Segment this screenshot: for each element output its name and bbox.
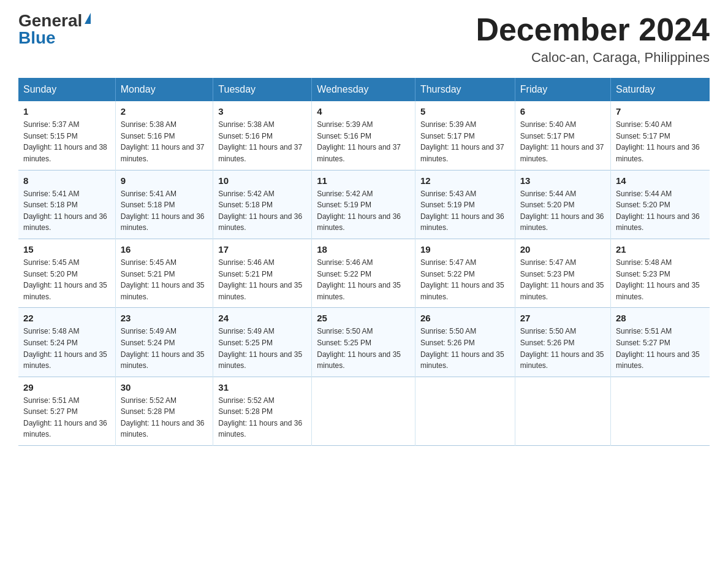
- calendar-day-cell: [610, 377, 710, 445]
- day-number: 11: [317, 175, 410, 186]
- calendar-day-cell: 26 Sunrise: 5:50 AMSunset: 5:26 PMDaylig…: [415, 308, 515, 377]
- calendar-week-row: 22 Sunrise: 5:48 AMSunset: 5:24 PMDaylig…: [18, 308, 710, 377]
- calendar-day-cell: 24 Sunrise: 5:49 AMSunset: 5:25 PMDaylig…: [213, 308, 312, 377]
- logo-general: General: [18, 12, 82, 29]
- logo-triangle-icon: [85, 13, 91, 24]
- day-info: Sunrise: 5:50 AMSunset: 5:26 PMDaylight:…: [520, 327, 604, 370]
- calendar-day-cell: 22 Sunrise: 5:48 AMSunset: 5:24 PMDaylig…: [18, 308, 115, 377]
- calendar-day-cell: 16 Sunrise: 5:45 AMSunset: 5:21 PMDaylig…: [115, 239, 213, 307]
- day-number: 16: [121, 244, 208, 255]
- day-number: 20: [520, 244, 605, 255]
- calendar-day-cell: 31 Sunrise: 5:52 AMSunset: 5:28 PMDaylig…: [213, 377, 312, 445]
- day-info: Sunrise: 5:38 AMSunset: 5:16 PMDaylight:…: [121, 120, 205, 163]
- day-info: Sunrise: 5:52 AMSunset: 5:28 PMDaylight:…: [121, 396, 205, 439]
- calendar-day-cell: 20 Sunrise: 5:47 AMSunset: 5:23 PMDaylig…: [515, 239, 610, 307]
- day-info: Sunrise: 5:40 AMSunset: 5:17 PMDaylight:…: [616, 120, 700, 163]
- calendar-day-cell: 9 Sunrise: 5:41 AMSunset: 5:18 PMDayligh…: [115, 170, 213, 239]
- calendar-day-cell: 17 Sunrise: 5:46 AMSunset: 5:21 PMDaylig…: [213, 239, 312, 307]
- day-info: Sunrise: 5:47 AMSunset: 5:22 PMDaylight:…: [420, 258, 504, 301]
- day-number: 5: [420, 106, 510, 117]
- day-number: 26: [420, 313, 510, 323]
- calendar-title: December 2024: [476, 12, 710, 47]
- calendar-day-header: Thursday: [415, 78, 515, 101]
- calendar-header-row: SundayMondayTuesdayWednesdayThursdayFrid…: [18, 78, 710, 101]
- calendar-day-cell: 10 Sunrise: 5:42 AMSunset: 5:18 PMDaylig…: [213, 170, 312, 239]
- day-info: Sunrise: 5:44 AMSunset: 5:20 PMDaylight:…: [520, 190, 604, 232]
- calendar-subtitle: Caloc-an, Caraga, Philippines: [476, 50, 710, 66]
- calendar-day-cell: 6 Sunrise: 5:40 AMSunset: 5:17 PMDayligh…: [515, 101, 610, 170]
- day-info: Sunrise: 5:52 AMSunset: 5:28 PMDaylight:…: [218, 396, 302, 439]
- day-info: Sunrise: 5:49 AMSunset: 5:25 PMDaylight:…: [218, 327, 302, 370]
- calendar-week-row: 1 Sunrise: 5:37 AMSunset: 5:15 PMDayligh…: [18, 101, 710, 170]
- calendar-week-row: 15 Sunrise: 5:45 AMSunset: 5:20 PMDaylig…: [18, 239, 710, 307]
- day-info: Sunrise: 5:49 AMSunset: 5:24 PMDaylight:…: [121, 327, 205, 370]
- day-info: Sunrise: 5:46 AMSunset: 5:21 PMDaylight:…: [218, 258, 302, 301]
- day-info: Sunrise: 5:38 AMSunset: 5:16 PMDaylight:…: [218, 120, 302, 163]
- day-info: Sunrise: 5:41 AMSunset: 5:18 PMDaylight:…: [121, 190, 205, 232]
- day-number: 18: [317, 244, 410, 255]
- day-info: Sunrise: 5:48 AMSunset: 5:23 PMDaylight:…: [616, 258, 700, 301]
- day-info: Sunrise: 5:39 AMSunset: 5:16 PMDaylight:…: [317, 120, 401, 163]
- calendar-day-cell: 14 Sunrise: 5:44 AMSunset: 5:20 PMDaylig…: [610, 170, 710, 239]
- calendar-day-cell: 25 Sunrise: 5:50 AMSunset: 5:25 PMDaylig…: [312, 308, 415, 377]
- day-number: 6: [520, 106, 605, 117]
- day-info: Sunrise: 5:42 AMSunset: 5:19 PMDaylight:…: [317, 190, 401, 232]
- day-number: 17: [218, 244, 306, 255]
- day-info: Sunrise: 5:43 AMSunset: 5:19 PMDaylight:…: [420, 190, 504, 232]
- day-info: Sunrise: 5:51 AMSunset: 5:27 PMDaylight:…: [616, 327, 700, 370]
- calendar-day-cell: 18 Sunrise: 5:46 AMSunset: 5:22 PMDaylig…: [312, 239, 415, 307]
- day-number: 10: [218, 175, 306, 186]
- day-number: 3: [218, 106, 306, 117]
- calendar-day-cell: 30 Sunrise: 5:52 AMSunset: 5:28 PMDaylig…: [115, 377, 213, 445]
- calendar-day-cell: [415, 377, 515, 445]
- day-number: 21: [616, 244, 705, 255]
- day-number: 31: [218, 382, 306, 393]
- logo: General Blue: [18, 12, 91, 47]
- calendar-day-cell: [312, 377, 415, 445]
- day-info: Sunrise: 5:39 AMSunset: 5:17 PMDaylight:…: [420, 120, 504, 163]
- calendar-day-header: Saturday: [610, 78, 710, 101]
- day-info: Sunrise: 5:44 AMSunset: 5:20 PMDaylight:…: [616, 190, 700, 232]
- day-number: 19: [420, 244, 510, 255]
- calendar-day-cell: 1 Sunrise: 5:37 AMSunset: 5:15 PMDayligh…: [18, 101, 115, 170]
- day-number: 4: [317, 106, 410, 117]
- calendar-day-cell: 5 Sunrise: 5:39 AMSunset: 5:17 PMDayligh…: [415, 101, 515, 170]
- day-number: 23: [121, 313, 208, 323]
- calendar-day-header: Monday: [115, 78, 213, 101]
- page-header: General Blue December 2024 Caloc-an, Car…: [18, 12, 710, 66]
- calendar-day-cell: 13 Sunrise: 5:44 AMSunset: 5:20 PMDaylig…: [515, 170, 610, 239]
- calendar-day-cell: 28 Sunrise: 5:51 AMSunset: 5:27 PMDaylig…: [610, 308, 710, 377]
- day-info: Sunrise: 5:41 AMSunset: 5:18 PMDaylight:…: [23, 190, 107, 232]
- day-number: 14: [616, 175, 705, 186]
- calendar-day-cell: 29 Sunrise: 5:51 AMSunset: 5:27 PMDaylig…: [18, 377, 115, 445]
- day-info: Sunrise: 5:37 AMSunset: 5:15 PMDaylight:…: [23, 120, 107, 163]
- day-info: Sunrise: 5:42 AMSunset: 5:18 PMDaylight:…: [218, 190, 302, 232]
- day-info: Sunrise: 5:46 AMSunset: 5:22 PMDaylight:…: [317, 258, 401, 301]
- calendar-day-cell: 8 Sunrise: 5:41 AMSunset: 5:18 PMDayligh…: [18, 170, 115, 239]
- calendar-day-cell: 11 Sunrise: 5:42 AMSunset: 5:19 PMDaylig…: [312, 170, 415, 239]
- day-number: 30: [121, 382, 208, 393]
- day-number: 8: [23, 175, 110, 186]
- calendar-day-cell: 12 Sunrise: 5:43 AMSunset: 5:19 PMDaylig…: [415, 170, 515, 239]
- day-info: Sunrise: 5:50 AMSunset: 5:25 PMDaylight:…: [317, 327, 401, 370]
- calendar-day-cell: 23 Sunrise: 5:49 AMSunset: 5:24 PMDaylig…: [115, 308, 213, 377]
- calendar-title-block: December 2024 Caloc-an, Caraga, Philippi…: [476, 12, 710, 66]
- calendar-day-cell: 27 Sunrise: 5:50 AMSunset: 5:26 PMDaylig…: [515, 308, 610, 377]
- day-info: Sunrise: 5:45 AMSunset: 5:20 PMDaylight:…: [23, 258, 107, 301]
- day-info: Sunrise: 5:48 AMSunset: 5:24 PMDaylight:…: [23, 327, 107, 370]
- calendar-day-cell: 21 Sunrise: 5:48 AMSunset: 5:23 PMDaylig…: [610, 239, 710, 307]
- day-number: 7: [616, 106, 705, 117]
- calendar-day-header: Friday: [515, 78, 610, 101]
- day-number: 27: [520, 313, 605, 323]
- calendar-table: SundayMondayTuesdayWednesdayThursdayFrid…: [18, 78, 710, 446]
- calendar-day-cell: 7 Sunrise: 5:40 AMSunset: 5:17 PMDayligh…: [610, 101, 710, 170]
- calendar-day-cell: 4 Sunrise: 5:39 AMSunset: 5:16 PMDayligh…: [312, 101, 415, 170]
- day-number: 12: [420, 175, 510, 186]
- day-info: Sunrise: 5:51 AMSunset: 5:27 PMDaylight:…: [23, 396, 107, 439]
- day-info: Sunrise: 5:47 AMSunset: 5:23 PMDaylight:…: [520, 258, 604, 301]
- calendar-day-cell: [515, 377, 610, 445]
- calendar-day-cell: 2 Sunrise: 5:38 AMSunset: 5:16 PMDayligh…: [115, 101, 213, 170]
- day-info: Sunrise: 5:50 AMSunset: 5:26 PMDaylight:…: [420, 327, 504, 370]
- day-number: 9: [121, 175, 208, 186]
- calendar-day-cell: 15 Sunrise: 5:45 AMSunset: 5:20 PMDaylig…: [18, 239, 115, 307]
